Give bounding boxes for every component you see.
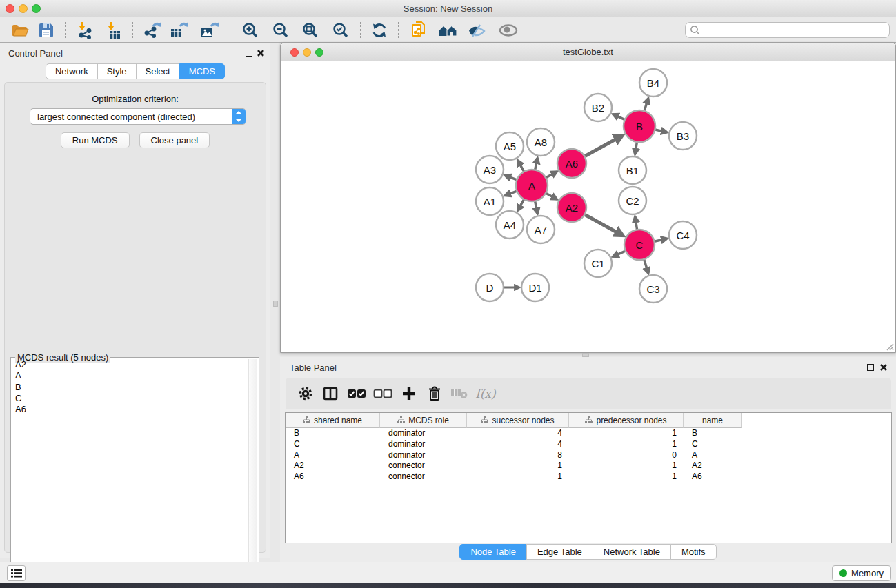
graph-node-A6[interactable]: A6 [557, 149, 586, 178]
task-history-button[interactable] [7, 565, 26, 581]
vertical-splitter-handle[interactable] [273, 301, 278, 307]
table-cell[interactable]: 1 [467, 460, 569, 472]
table-cell[interactable]: connector [380, 460, 467, 472]
mcds-result-item[interactable]: A [12, 370, 257, 381]
table-cell[interactable]: A [286, 450, 380, 461]
table-cell[interactable]: dominator [380, 428, 467, 439]
tab-mcds[interactable]: MCDS [179, 63, 225, 79]
zoom-selected-icon[interactable] [329, 19, 352, 41]
zoom-in-icon[interactable] [239, 19, 262, 41]
export-table-icon[interactable] [168, 19, 191, 41]
table-cell[interactable]: A2 [684, 460, 742, 472]
refresh-icon[interactable] [368, 19, 391, 41]
table-cell[interactable]: connector [380, 472, 467, 483]
tab-node-table[interactable]: Node Table [459, 544, 527, 560]
network-canvas[interactable]: B4B2BB3A8A5A6A3B1AA1C2A2A4A7C4CC1C3DD1 [281, 61, 895, 352]
mcds-result-scrollbar[interactable] [248, 359, 257, 585]
table-row-B[interactable]: Bdominator41B [286, 428, 891, 439]
clone-network-icon[interactable] [408, 19, 431, 41]
preview-eye-icon[interactable] [497, 19, 520, 41]
graph-node-A5[interactable]: A5 [496, 132, 524, 160]
float-panel-icon[interactable] [246, 50, 252, 57]
tab-motifs[interactable]: Motifs [670, 544, 717, 560]
search-input[interactable] [703, 24, 885, 36]
memory-button[interactable]: Memory [832, 565, 891, 581]
minimize-window-button[interactable] [19, 4, 28, 13]
graph-node-B[interactable]: B [624, 110, 655, 142]
graph-node-C1[interactable]: C1 [584, 250, 612, 277]
graph-node-A[interactable]: A [516, 170, 548, 201]
close-network-button[interactable] [290, 48, 299, 57]
close-panel-button[interactable]: Close panel [139, 132, 210, 148]
table-cell[interactable]: 1 [569, 460, 684, 472]
graph-node-A2[interactable]: A2 [557, 193, 586, 222]
first-neighbors-icon[interactable] [436, 19, 459, 41]
table-cell[interactable]: A6 [286, 472, 380, 483]
zoom-out-icon[interactable] [269, 19, 292, 41]
table-cell[interactable]: A [684, 450, 742, 461]
import-network-icon[interactable] [73, 19, 97, 41]
table-row-A2[interactable]: A2connector11A2 [286, 460, 891, 472]
graph-node-B2[interactable]: B2 [584, 94, 612, 121]
table-cell[interactable]: 1 [569, 439, 684, 450]
tab-network-table[interactable]: Network Table [593, 544, 671, 560]
table-cell[interactable]: dominator [380, 439, 467, 450]
table-cell[interactable]: 4 [467, 439, 569, 450]
export-network-icon[interactable] [141, 19, 164, 41]
save-session-icon[interactable] [34, 19, 58, 41]
table-cell[interactable]: 0 [569, 450, 684, 461]
graph-node-C3[interactable]: C3 [639, 275, 667, 303]
table-cell[interactable]: 1 [467, 472, 569, 483]
table-cell[interactable]: C [684, 439, 742, 450]
column-header-MCDS-role[interactable]: MCDS role [380, 413, 467, 428]
import-table-icon[interactable] [102, 19, 126, 41]
zoom-network-button[interactable] [315, 48, 323, 57]
table-row-A[interactable]: Adominator80A [286, 450, 891, 461]
graph-node-A8[interactable]: A8 [527, 128, 555, 156]
graph-node-C2[interactable]: C2 [619, 187, 646, 214]
select-all-icon[interactable] [345, 382, 368, 405]
table-cell[interactable]: 1 [569, 472, 684, 483]
search-field[interactable] [685, 22, 890, 38]
column-header-name[interactable]: name [684, 413, 742, 428]
table-cell[interactable]: 1 [569, 428, 684, 439]
graph-node-B4[interactable]: B4 [639, 69, 667, 97]
table-cell[interactable]: 8 [467, 450, 569, 461]
table-row-A6[interactable]: A6connector11A6 [286, 472, 891, 483]
optimization-criterion-dropdown[interactable]: largest connected component (directed) [30, 108, 246, 125]
deselect-all-icon[interactable] [371, 382, 395, 405]
show-hide-panels-icon[interactable] [465, 19, 488, 41]
tab-style[interactable]: Style [97, 63, 137, 79]
table-cell[interactable]: 4 [467, 428, 569, 439]
column-visibility-icon[interactable] [319, 382, 342, 405]
graph-node-C[interactable]: C [624, 230, 655, 260]
table-cell[interactable]: B [684, 428, 742, 439]
graph-node-C4[interactable]: C4 [669, 221, 697, 249]
close-table-panel-icon[interactable] [879, 363, 888, 372]
mcds-result-item[interactable]: C [12, 393, 257, 404]
export-image-icon[interactable] [198, 19, 221, 41]
tab-select[interactable]: Select [136, 63, 180, 79]
settings-gear-icon[interactable] [294, 382, 317, 405]
graph-node-D1[interactable]: D1 [521, 274, 549, 301]
table-cell[interactable]: B [286, 428, 380, 439]
graph-node-B1[interactable]: B1 [619, 156, 646, 184]
graph-node-A1[interactable]: A1 [476, 187, 504, 215]
table-cell[interactable]: A2 [286, 460, 380, 472]
tab-network[interactable]: Network [46, 63, 98, 79]
mcds-result-item[interactable]: B [12, 382, 257, 393]
close-panel-icon[interactable] [257, 49, 265, 57]
column-header-successor-nodes[interactable]: successor nodes [467, 413, 569, 428]
table-cell[interactable]: A6 [684, 472, 742, 483]
window-resize-grip[interactable] [886, 343, 894, 351]
column-header-shared-name[interactable]: shared name [286, 413, 380, 428]
open-session-icon[interactable] [8, 19, 32, 41]
mcds-result-item[interactable]: A6 [12, 404, 257, 415]
graph-node-D[interactable]: D [476, 274, 504, 301]
add-column-icon[interactable] [397, 382, 421, 405]
column-header-predecessor-nodes[interactable]: predecessor nodes [569, 413, 684, 428]
table-row-C[interactable]: Cdominator41C [286, 439, 891, 450]
table-cell[interactable]: C [286, 439, 380, 450]
table-cell[interactable]: dominator [380, 450, 467, 461]
delete-column-icon[interactable] [423, 382, 446, 405]
